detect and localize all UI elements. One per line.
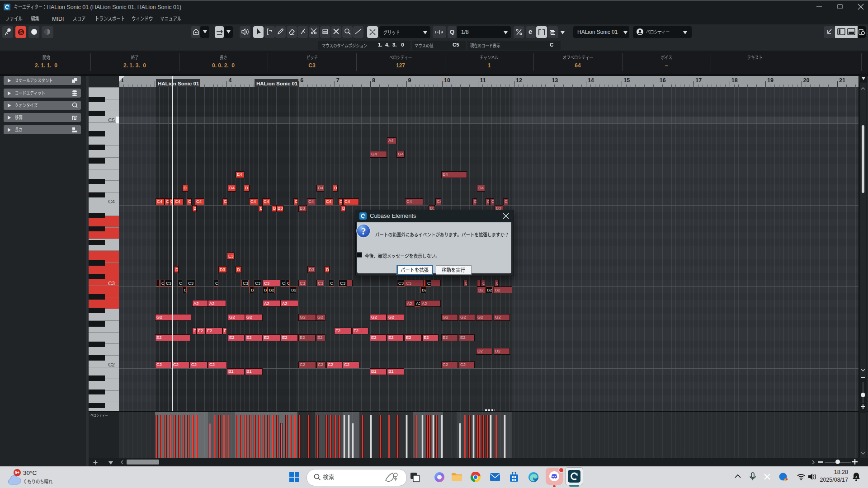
svg-text:MIDI: MIDI — [52, 16, 64, 22]
svg-text:HALion Sonic 01 (HALion Sonic: HALion Sonic 01 (HALion Sonic 01, HALion… — [47, 4, 181, 10]
svg-text:?: ? — [361, 225, 366, 237]
svg-text:S: S — [19, 29, 23, 36]
svg-text:z: z — [855, 474, 857, 479]
